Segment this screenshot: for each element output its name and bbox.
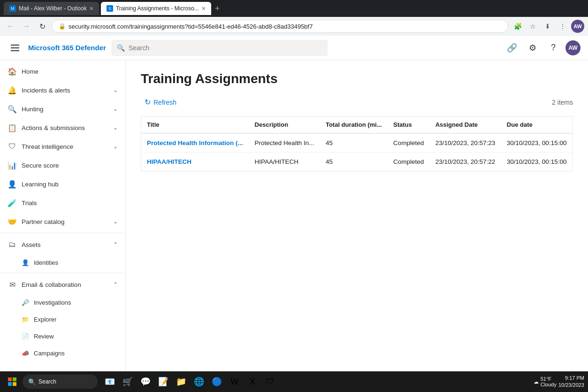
topbar-right: 🔗 ⚙ ? AW [504, 39, 580, 56]
taskbar-app-folder[interactable]: 📁 [173, 373, 190, 390]
email-icon: ✉ [8, 280, 17, 289]
sidebar-item-trials[interactable]: 🧪 Trials [0, 193, 125, 212]
search-icon: 🔍 [117, 44, 125, 52]
taskbar-app-excel[interactable]: X [244, 373, 261, 390]
refresh-label: Refresh [153, 99, 176, 106]
weather-icon: ☁ [534, 379, 539, 385]
sidebar-item-label: Incidents & alerts [22, 87, 108, 94]
sidebar-item-email[interactable]: ✉ Email & collaboration ⌃ [0, 275, 125, 294]
svg-rect-3 [8, 377, 12, 381]
col-due: Due date [501, 116, 573, 133]
sidebar-item-investigations[interactable]: 🔎 Investigations [0, 294, 125, 311]
taskbar-apps: 📧 🛒 💬 📝 📁 🌐 🔵 W X 🛡 [101, 373, 279, 390]
bookmark-button[interactable]: ☆ [526, 20, 539, 33]
assignments-table: Title Description Total duration (mi... … [141, 116, 573, 171]
sidebar-item-partner[interactable]: 🤝 Partner catalog ⌄ [0, 212, 125, 231]
browser-nav-icons: 🧩 ☆ ⬇ ⋮ AW [511, 20, 584, 33]
sidebar-item-threat[interactable]: 🛡 Threat intelligence ⌄ [0, 137, 125, 156]
col-title: Title [141, 116, 249, 133]
sidebar-item-label: Hunting [22, 106, 108, 113]
sidebar-item-actions[interactable]: 📋 Actions & submissions ⌄ [0, 118, 125, 137]
sidebar-item-review[interactable]: 📄 Review [0, 328, 125, 345]
search-input[interactable] [129, 44, 322, 52]
table-container: Title Description Total duration (mi... … [141, 116, 573, 171]
partner-icon: 🤝 [8, 217, 17, 226]
sidebar-item-label: Review [34, 333, 54, 340]
sidebar-item-home[interactable]: 🏠 Home [0, 62, 125, 81]
tab-close-training[interactable]: × [202, 5, 206, 12]
table-header: Title Description Total duration (mi... … [141, 116, 573, 133]
chevron-down-icon: ⌄ [113, 87, 118, 93]
search-box[interactable]: 🔍 [112, 40, 328, 56]
hamburger-button[interactable] [8, 40, 23, 55]
lock-icon: 🔒 [59, 23, 66, 30]
tab-close-mail[interactable]: × [90, 5, 93, 12]
table-header-row: Title Description Total duration (mi... … [141, 116, 573, 133]
threat-icon: 🛡 [8, 142, 17, 151]
refresh-button[interactable]: ↻ Refresh [141, 96, 180, 108]
share-button[interactable]: 🔗 [504, 39, 520, 56]
row2-duration: 45 [320, 153, 388, 171]
browser-chrome: S Training Assignments - Microso... × M … [0, 0, 588, 17]
back-button[interactable]: ← [4, 20, 17, 33]
row1-status: Completed [388, 133, 430, 153]
taskbar-search[interactable]: 🔍 Search [23, 375, 98, 389]
tab-mail[interactable]: M Mail - Alex Wilber - Outlook × [4, 2, 99, 15]
chevron-up-icon: ⌃ [113, 241, 118, 248]
row1-assigned: 23/10/2023, 20:57:23 [430, 133, 501, 153]
sidebar-item-label: Learning hub [22, 181, 118, 188]
extensions-button[interactable]: 🧩 [511, 20, 524, 33]
sidebar-item-secure[interactable]: 📊 Secure score [0, 156, 125, 175]
browser-profile[interactable]: AW [571, 20, 584, 33]
svg-rect-5 [8, 382, 12, 386]
review-icon: 📄 [22, 333, 29, 340]
taskbar-app-notes[interactable]: 📝 [155, 373, 172, 390]
sidebar-item-assets[interactable]: 🗂 Assets ⌃ [0, 235, 125, 254]
sidebar-item-learning[interactable]: 👤 Learning hub [0, 175, 125, 193]
taskbar-app-chrome[interactable]: 🌐 [191, 373, 207, 390]
taskbar-app-teams[interactable]: 💬 [137, 373, 154, 390]
taskbar-app-mail[interactable]: 📧 [101, 373, 118, 390]
tab-favicon-training: S [107, 5, 113, 12]
taskbar-app-store[interactable]: 🛒 [119, 373, 136, 390]
help-button[interactable]: ? [545, 39, 562, 56]
taskbar-search-icon: 🔍 [28, 378, 36, 385]
sidebar-item-label: Email & collaboration [22, 281, 108, 288]
taskbar-clock[interactable]: 9:17 PM 10/23/2023 [558, 375, 584, 389]
row2-title[interactable]: HIPAA/HITECH [141, 153, 249, 171]
taskbar-right: ☁ 51°F Cloudy 9:17 PM 10/23/2023 [534, 375, 584, 389]
sidebar-item-label: Partner catalog [22, 218, 108, 225]
address-bar[interactable]: 🔒 security.microsoft.com/trainingassignm… [52, 20, 508, 33]
sidebar-item-campaigns[interactable]: 📣 Campaigns [0, 345, 125, 361]
forward-button[interactable]: → [20, 20, 33, 33]
taskbar-app-word[interactable]: W [226, 373, 243, 390]
taskbar-weather[interactable]: ☁ 51°F Cloudy [534, 376, 557, 387]
taskbar: 🔍 Search 📧 🛒 💬 📝 📁 🌐 🔵 W X 🛡 ☁ 51°F Clou… [0, 371, 588, 392]
sidebar-item-label: Investigations [34, 299, 71, 306]
nav-divider-2 [0, 273, 125, 273]
trials-icon: 🧪 [8, 198, 17, 208]
user-avatar[interactable]: AW [565, 40, 580, 55]
taskbar-app-def[interactable]: 🛡 [262, 373, 279, 390]
row1-title[interactable]: Protected Health Information (... [141, 133, 249, 153]
row2-description: HIPAA/HITECH [249, 153, 320, 171]
sidebar-item-label: Assets [22, 241, 108, 248]
chevron-down-icon: ⌄ [113, 106, 118, 112]
sidebar-item-hunting[interactable]: 🔍 Hunting ⌄ [0, 100, 125, 118]
settings-button[interactable]: ⚙ [524, 39, 541, 56]
identities-icon: 👤 [22, 259, 29, 266]
svg-rect-4 [13, 377, 16, 381]
actions-icon: 📋 [8, 123, 17, 132]
new-tab-button[interactable]: + [213, 2, 222, 15]
save-button[interactable]: ⬇ [541, 20, 554, 33]
reload-button[interactable]: ↻ [36, 20, 49, 33]
sidebar-item-incidents[interactable]: 🔔 Incidents & alerts ⌄ [0, 81, 125, 100]
taskbar-time-display: 9:17 PM [558, 375, 584, 382]
learning-icon: 👤 [8, 179, 17, 189]
sidebar-item-identities[interactable]: 👤 Identities [0, 254, 125, 271]
taskbar-app-edge[interactable]: 🔵 [208, 373, 225, 390]
start-button[interactable] [4, 373, 21, 390]
browser-menu[interactable]: ⋮ [556, 20, 569, 33]
sidebar-item-explorer[interactable]: 📁 Explorer [0, 311, 125, 328]
tab-training[interactable]: S Training Assignments - Microso... × [101, 2, 211, 15]
